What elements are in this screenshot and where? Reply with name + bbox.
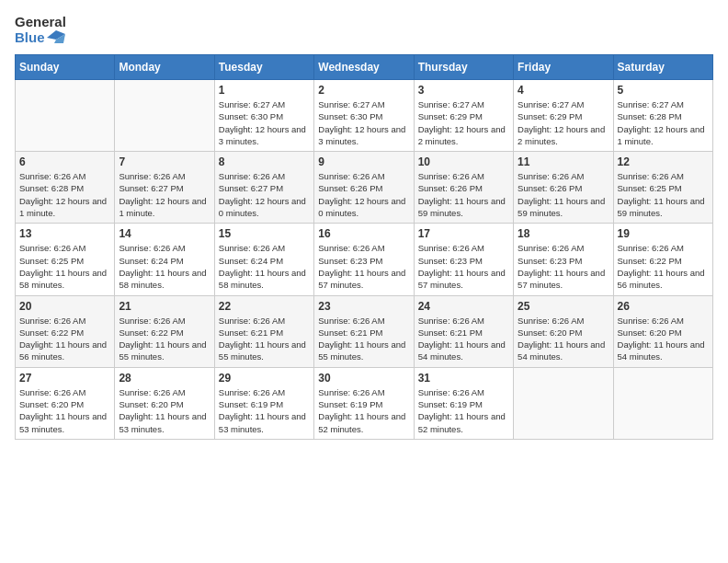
col-header-wednesday: Wednesday: [314, 55, 414, 80]
day-cell: 12Sunrise: 6:26 AM Sunset: 6:25 PM Dayli…: [613, 152, 712, 224]
day-number: 24: [418, 300, 509, 313]
day-cell: 31Sunrise: 6:26 AM Sunset: 6:19 PM Dayli…: [414, 367, 513, 439]
day-number: 20: [19, 300, 110, 313]
day-number: 22: [219, 300, 310, 313]
day-info: Sunrise: 6:26 AM Sunset: 6:21 PM Dayligh…: [318, 315, 409, 363]
col-header-friday: Friday: [514, 55, 613, 80]
day-cell: 2Sunrise: 6:27 AM Sunset: 6:30 PM Daylig…: [314, 80, 414, 152]
day-number: 30: [318, 372, 409, 385]
day-info: Sunrise: 6:26 AM Sunset: 6:26 PM Dayligh…: [318, 170, 409, 219]
day-number: 17: [418, 227, 509, 240]
day-number: 2: [318, 84, 409, 97]
day-number: 14: [119, 227, 210, 240]
day-number: 26: [618, 300, 709, 313]
col-header-sunday: Sunday: [16, 55, 115, 80]
day-number: 23: [318, 300, 409, 313]
day-cell: 30Sunrise: 6:26 AM Sunset: 6:19 PM Dayli…: [314, 367, 414, 439]
day-info: Sunrise: 6:26 AM Sunset: 6:24 PM Dayligh…: [219, 242, 310, 291]
day-cell: 17Sunrise: 6:26 AM Sunset: 6:23 PM Dayli…: [414, 224, 513, 295]
day-info: Sunrise: 6:26 AM Sunset: 6:24 PM Dayligh…: [119, 242, 210, 291]
day-info: Sunrise: 6:26 AM Sunset: 6:22 PM Dayligh…: [119, 315, 210, 363]
day-cell: 4Sunrise: 6:27 AM Sunset: 6:29 PM Daylig…: [514, 80, 613, 152]
day-cell: 20Sunrise: 6:26 AM Sunset: 6:22 PM Dayli…: [16, 295, 115, 367]
col-header-tuesday: Tuesday: [214, 55, 313, 80]
logo: General Blue: [15, 15, 66, 45]
day-info: Sunrise: 6:26 AM Sunset: 6:27 PM Dayligh…: [119, 170, 210, 219]
page: General Blue SundayMondayTuesdayWednesda…: [0, 0, 728, 563]
day-number: 1: [219, 84, 310, 97]
day-cell: 13Sunrise: 6:26 AM Sunset: 6:25 PM Dayli…: [16, 224, 115, 295]
day-cell: 22Sunrise: 6:26 AM Sunset: 6:21 PM Dayli…: [214, 295, 313, 367]
day-info: Sunrise: 6:26 AM Sunset: 6:23 PM Dayligh…: [418, 242, 509, 291]
day-cell: 28Sunrise: 6:26 AM Sunset: 6:20 PM Dayli…: [115, 367, 214, 439]
day-cell: [514, 367, 613, 439]
day-info: Sunrise: 6:26 AM Sunset: 6:19 PM Dayligh…: [418, 386, 509, 435]
day-number: 8: [219, 155, 310, 168]
day-number: 11: [518, 155, 609, 168]
day-cell: 26Sunrise: 6:26 AM Sunset: 6:20 PM Dayli…: [613, 295, 712, 367]
week-row-2: 6Sunrise: 6:26 AM Sunset: 6:28 PM Daylig…: [16, 152, 713, 224]
day-info: Sunrise: 6:26 AM Sunset: 6:26 PM Dayligh…: [418, 170, 509, 219]
day-cell: 25Sunrise: 6:26 AM Sunset: 6:20 PM Dayli…: [514, 295, 613, 367]
day-cell: 15Sunrise: 6:26 AM Sunset: 6:24 PM Dayli…: [214, 224, 313, 295]
day-cell: 23Sunrise: 6:26 AM Sunset: 6:21 PM Dayli…: [314, 295, 414, 367]
day-cell: 14Sunrise: 6:26 AM Sunset: 6:24 PM Dayli…: [115, 224, 214, 295]
day-info: Sunrise: 6:26 AM Sunset: 6:25 PM Dayligh…: [618, 170, 709, 219]
day-cell: 11Sunrise: 6:26 AM Sunset: 6:26 PM Dayli…: [514, 152, 613, 224]
calendar: SundayMondayTuesdayWednesdayThursdayFrid…: [15, 54, 713, 440]
day-cell: 24Sunrise: 6:26 AM Sunset: 6:21 PM Dayli…: [414, 295, 513, 367]
logo-bird-icon: [47, 30, 65, 45]
day-number: 19: [618, 227, 709, 240]
day-info: Sunrise: 6:26 AM Sunset: 6:22 PM Dayligh…: [19, 315, 110, 363]
day-number: 27: [19, 372, 110, 385]
logo-general: General: [15, 15, 66, 30]
header: General Blue: [15, 15, 713, 45]
day-number: 6: [19, 155, 110, 168]
week-row-5: 27Sunrise: 6:26 AM Sunset: 6:20 PM Dayli…: [16, 367, 713, 439]
day-info: Sunrise: 6:26 AM Sunset: 6:21 PM Dayligh…: [219, 315, 310, 363]
day-info: Sunrise: 6:27 AM Sunset: 6:28 PM Dayligh…: [618, 98, 709, 147]
day-info: Sunrise: 6:26 AM Sunset: 6:20 PM Dayligh…: [518, 315, 609, 363]
week-row-3: 13Sunrise: 6:26 AM Sunset: 6:25 PM Dayli…: [16, 224, 713, 295]
day-number: 12: [618, 155, 709, 168]
day-cell: [16, 80, 115, 152]
day-number: 3: [418, 84, 509, 97]
day-number: 25: [518, 300, 609, 313]
day-info: Sunrise: 6:26 AM Sunset: 6:19 PM Dayligh…: [318, 386, 409, 435]
day-number: 5: [618, 84, 709, 97]
day-info: Sunrise: 6:27 AM Sunset: 6:29 PM Dayligh…: [518, 98, 609, 147]
day-info: Sunrise: 6:26 AM Sunset: 6:25 PM Dayligh…: [19, 242, 110, 291]
day-info: Sunrise: 6:26 AM Sunset: 6:23 PM Dayligh…: [518, 242, 609, 291]
day-cell: 7Sunrise: 6:26 AM Sunset: 6:27 PM Daylig…: [115, 152, 214, 224]
day-info: Sunrise: 6:27 AM Sunset: 6:30 PM Dayligh…: [318, 98, 409, 147]
day-number: 16: [318, 227, 409, 240]
day-number: 18: [518, 227, 609, 240]
day-info: Sunrise: 6:27 AM Sunset: 6:29 PM Dayligh…: [418, 98, 509, 147]
day-cell: 19Sunrise: 6:26 AM Sunset: 6:22 PM Dayli…: [613, 224, 712, 295]
day-cell: 18Sunrise: 6:26 AM Sunset: 6:23 PM Dayli…: [514, 224, 613, 295]
day-cell: 9Sunrise: 6:26 AM Sunset: 6:26 PM Daylig…: [314, 152, 414, 224]
day-number: 15: [219, 227, 310, 240]
day-number: 28: [119, 372, 210, 385]
day-cell: 21Sunrise: 6:26 AM Sunset: 6:22 PM Dayli…: [115, 295, 214, 367]
day-cell: 5Sunrise: 6:27 AM Sunset: 6:28 PM Daylig…: [613, 80, 712, 152]
day-number: 4: [518, 84, 609, 97]
logo-wordmark: General Blue: [15, 15, 66, 45]
header-row: SundayMondayTuesdayWednesdayThursdayFrid…: [16, 55, 713, 80]
week-row-4: 20Sunrise: 6:26 AM Sunset: 6:22 PM Dayli…: [16, 295, 713, 367]
day-cell: 27Sunrise: 6:26 AM Sunset: 6:20 PM Dayli…: [16, 367, 115, 439]
day-cell: 3Sunrise: 6:27 AM Sunset: 6:29 PM Daylig…: [414, 80, 513, 152]
day-info: Sunrise: 6:26 AM Sunset: 6:26 PM Dayligh…: [518, 170, 609, 219]
day-info: Sunrise: 6:26 AM Sunset: 6:20 PM Dayligh…: [119, 386, 210, 435]
col-header-monday: Monday: [115, 55, 214, 80]
day-number: 21: [119, 300, 210, 313]
day-number: 29: [219, 372, 310, 385]
day-info: Sunrise: 6:26 AM Sunset: 6:27 PM Dayligh…: [219, 170, 310, 219]
logo-blue: Blue: [15, 30, 66, 46]
day-info: Sunrise: 6:26 AM Sunset: 6:23 PM Dayligh…: [318, 242, 409, 291]
day-info: Sunrise: 6:27 AM Sunset: 6:30 PM Dayligh…: [219, 98, 310, 147]
day-info: Sunrise: 6:26 AM Sunset: 6:21 PM Dayligh…: [418, 315, 509, 363]
col-header-saturday: Saturday: [613, 55, 712, 80]
day-number: 31: [418, 372, 509, 385]
day-number: 7: [119, 155, 210, 168]
